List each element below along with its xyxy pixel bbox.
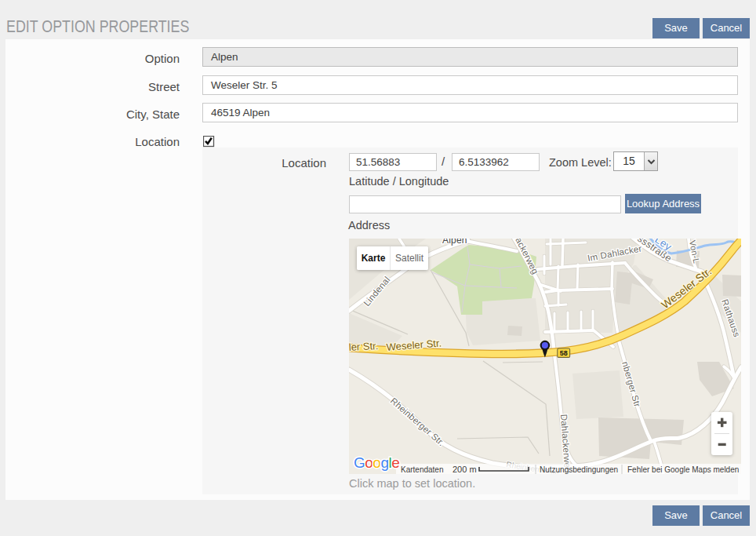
svg-text:Google: Google <box>354 454 399 471</box>
svg-text:Alpen: Alpen <box>442 239 467 246</box>
svg-text:Kartendaten: Kartendaten <box>401 465 444 474</box>
svg-text:Nutzungsbedingungen: Nutzungsbedingungen <box>540 465 618 474</box>
svg-text:200 m: 200 m <box>453 465 477 474</box>
svg-text:Fehler bei Google Maps melden: Fehler bei Google Maps melden <box>627 465 739 474</box>
svg-text:58: 58 <box>560 349 568 357</box>
svg-text:ler Str.: ler Str. <box>349 340 379 353</box>
